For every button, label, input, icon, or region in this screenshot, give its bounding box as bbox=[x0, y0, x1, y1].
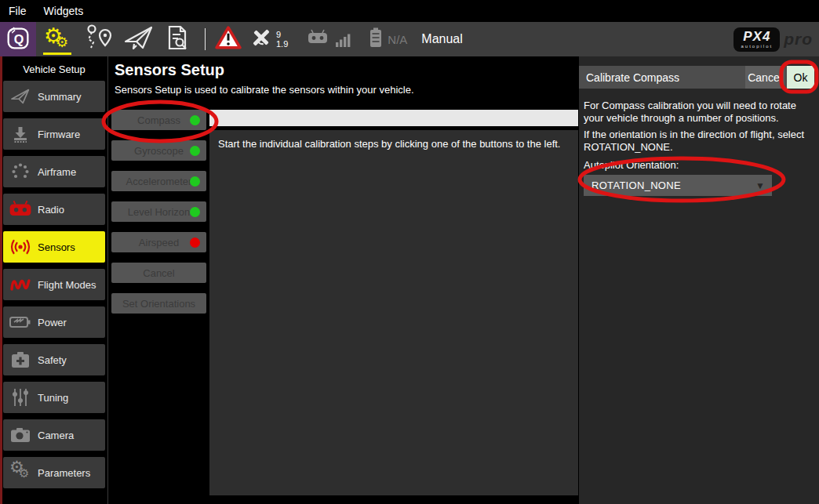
flight-modes-icon bbox=[3, 274, 38, 295]
sensors-icon bbox=[3, 237, 38, 256]
airspeed-button[interactable]: Airspeed bbox=[111, 232, 206, 252]
orientation-label: Autopilot Orientation: bbox=[584, 159, 816, 172]
qgc-logo-button[interactable]: Q bbox=[0, 22, 36, 56]
parameters-icon: ⚙⚙ bbox=[3, 462, 38, 483]
sidebar-item-summary[interactable]: Summary bbox=[3, 81, 105, 112]
page-title: Sensors Setup bbox=[115, 61, 224, 79]
sidebar-item-airframe[interactable]: Airframe bbox=[3, 156, 105, 187]
cancel-button[interactable]: Cancel bbox=[745, 66, 784, 89]
battery-icon bbox=[367, 27, 384, 52]
sidebar-item-sensors[interactable]: Sensors bbox=[3, 231, 105, 263]
calibration-progress-bar bbox=[209, 110, 578, 126]
sidebar-item-safety[interactable]: Safety bbox=[3, 344, 105, 375]
paper-plane-icon bbox=[3, 88, 38, 105]
sidebar-item-flight-modes[interactable]: Flight Modes bbox=[3, 269, 105, 300]
gyroscope-button[interactable]: Gyroscope bbox=[111, 140, 206, 161]
document-search-icon bbox=[165, 24, 191, 55]
calibration-log-pane: Start the individual calibration steps b… bbox=[209, 130, 578, 495]
panel-header: Calibrate Compass Cancel Ok bbox=[579, 66, 814, 89]
accelerometer-button[interactable]: Accelerometer bbox=[111, 171, 206, 191]
rc-rssi-indicator[interactable] bbox=[307, 28, 351, 50]
radio-icon bbox=[3, 199, 38, 219]
safety-icon bbox=[3, 350, 38, 369]
gears-icon: ⚙⚙ bbox=[44, 27, 71, 52]
status-dot bbox=[190, 237, 200, 248]
page-subtitle: Sensors Setup is used to calibrate the s… bbox=[115, 84, 414, 96]
status-dot bbox=[190, 176, 200, 187]
cancel-calibration-button[interactable]: Cancel bbox=[111, 263, 206, 283]
calibration-hint-text: Start the individual calibration steps b… bbox=[209, 130, 578, 150]
toolbar-divider bbox=[205, 28, 206, 50]
sidebar-item-tuning[interactable]: Tuning bbox=[3, 382, 105, 413]
firmware-icon bbox=[3, 125, 38, 143]
qgc-logo-icon: Q bbox=[3, 23, 33, 56]
menu-file[interactable]: File bbox=[0, 1, 35, 21]
paper-plane-icon bbox=[123, 24, 155, 54]
sidebar-item-parameters[interactable]: ⚙⚙ Parameters bbox=[3, 457, 105, 488]
px4-logo-badge: PX4 autopilot bbox=[733, 27, 780, 52]
satellite-icon bbox=[249, 25, 274, 53]
gps-values: 9 1.9 bbox=[276, 30, 288, 49]
power-icon bbox=[3, 314, 38, 331]
panel-paragraph-1: For Compass calibration you will need to… bbox=[584, 100, 816, 125]
px4-pro-text: pro bbox=[784, 30, 813, 49]
status-dot bbox=[190, 207, 200, 217]
status-dot bbox=[190, 146, 200, 156]
flight-mode-label[interactable]: Manual bbox=[421, 32, 462, 46]
compass-button[interactable]: Compass bbox=[111, 110, 206, 130]
px4-logo-subtext: autopilot bbox=[741, 44, 773, 49]
px4-logo-text: PX4 bbox=[741, 30, 773, 43]
sidebar-item-radio[interactable]: Radio bbox=[3, 194, 105, 225]
message-indicator[interactable] bbox=[213, 22, 244, 56]
orientation-value: ROTATION_NONE bbox=[584, 179, 755, 192]
status-dot bbox=[190, 115, 200, 125]
panel-body: For Compass calibration you will need to… bbox=[584, 100, 816, 196]
signal-bars-icon bbox=[336, 33, 351, 50]
level-horizon-button[interactable]: Level Horizon bbox=[111, 201, 206, 222]
camera-icon bbox=[3, 426, 38, 444]
px4-logo: PX4 autopilot pro bbox=[733, 27, 813, 52]
waypoint-icon bbox=[83, 24, 115, 55]
fly-tab[interactable] bbox=[119, 22, 158, 56]
ok-button[interactable]: Ok bbox=[787, 66, 814, 89]
tuning-icon bbox=[3, 387, 38, 408]
sidebar-item-power[interactable]: Power bbox=[3, 306, 105, 338]
warning-triangle-icon bbox=[215, 25, 242, 53]
menu-widgets[interactable]: Widgets bbox=[35, 1, 93, 21]
gps-indicator[interactable]: 9 1.9 bbox=[249, 25, 288, 53]
airframe-icon bbox=[3, 162, 38, 181]
rc-controller-icon bbox=[307, 28, 329, 50]
analyze-tab[interactable] bbox=[158, 22, 198, 56]
orientation-dropdown[interactable]: ROTATION_NONE ▼ bbox=[584, 175, 772, 196]
active-tab-underline bbox=[43, 53, 71, 55]
sidebar-title: Vehicle Setup bbox=[0, 56, 108, 81]
gps-count: 9 bbox=[276, 30, 281, 39]
panel-paragraph-2: If the orientation is in the direction o… bbox=[584, 129, 816, 154]
sidebar-divider bbox=[107, 56, 108, 504]
calibration-buttons: Compass Gyroscope Accelerometer Level Ho… bbox=[111, 110, 206, 324]
panel-title: Calibrate Compass bbox=[579, 71, 745, 84]
calibrate-compass-panel: Calibrate Compass Cancel Ok For Compass … bbox=[579, 56, 819, 504]
chevron-down-icon: ▼ bbox=[755, 179, 772, 192]
plan-tab[interactable] bbox=[78, 22, 119, 56]
vehicle-setup-tab[interactable]: ⚙⚙ bbox=[36, 22, 78, 56]
toolbar: Q ⚙⚙ bbox=[0, 22, 819, 56]
menu-bar: File Widgets bbox=[0, 0, 819, 22]
battery-status-text: N/A bbox=[388, 33, 407, 46]
sidebar-item-camera[interactable]: Camera bbox=[3, 419, 105, 451]
battery-indicator[interactable]: N/A bbox=[367, 27, 407, 52]
set-orientations-button[interactable]: Set Orientations bbox=[111, 293, 206, 314]
gps-hdop: 1.9 bbox=[276, 39, 288, 49]
sidebar-item-firmware[interactable]: Firmware bbox=[3, 118, 105, 150]
svg-text:Q: Q bbox=[14, 32, 24, 46]
window-edge-strip bbox=[0, 56, 2, 504]
vehicle-setup-sidebar: Vehicle Setup Summary Firmware Airf bbox=[0, 56, 108, 504]
